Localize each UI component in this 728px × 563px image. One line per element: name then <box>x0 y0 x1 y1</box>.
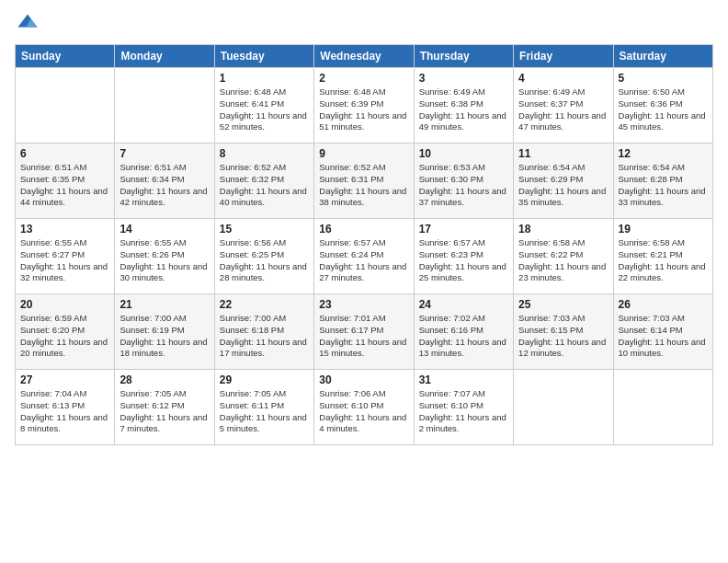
day-info: Sunrise: 6:51 AM Sunset: 6:35 PM Dayligh… <box>20 162 109 209</box>
day-number: 14 <box>119 223 209 236</box>
day-cell <box>16 68 115 144</box>
day-number: 31 <box>419 373 508 386</box>
day-info: Sunrise: 6:53 AM Sunset: 6:30 PM Dayligh… <box>419 162 508 209</box>
day-cell: 28Sunrise: 7:05 AM Sunset: 6:12 PM Dayli… <box>115 370 214 445</box>
week-row-2: 6Sunrise: 6:51 AM Sunset: 6:35 PM Daylig… <box>16 144 713 219</box>
day-info: Sunrise: 6:59 AM Sunset: 6:20 PM Dayligh… <box>20 313 109 360</box>
day-info: Sunrise: 7:00 AM Sunset: 6:19 PM Dayligh… <box>119 313 209 360</box>
day-cell: 3Sunrise: 6:49 AM Sunset: 6:38 PM Daylig… <box>414 68 513 144</box>
day-cell: 14Sunrise: 6:55 AM Sunset: 6:26 PM Dayli… <box>115 219 214 294</box>
day-number: 12 <box>619 147 708 160</box>
day-number: 23 <box>319 298 408 311</box>
day-number: 22 <box>220 298 309 311</box>
week-row-5: 27Sunrise: 7:04 AM Sunset: 6:13 PM Dayli… <box>16 370 713 445</box>
day-cell: 10Sunrise: 6:53 AM Sunset: 6:30 PM Dayli… <box>414 144 513 219</box>
day-number: 10 <box>419 147 508 160</box>
day-info: Sunrise: 6:48 AM Sunset: 6:41 PM Dayligh… <box>220 86 309 133</box>
day-info: Sunrise: 6:58 AM Sunset: 6:21 PM Dayligh… <box>619 237 708 284</box>
day-number: 9 <box>319 147 408 160</box>
day-cell: 26Sunrise: 7:03 AM Sunset: 6:14 PM Dayli… <box>613 294 712 370</box>
weekday-header-thursday: Thursday <box>414 45 513 68</box>
day-number: 3 <box>419 72 508 85</box>
day-number: 11 <box>518 147 608 160</box>
day-number: 2 <box>319 72 408 85</box>
day-number: 20 <box>20 298 109 311</box>
weekday-header-friday: Friday <box>514 45 613 68</box>
day-info: Sunrise: 7:03 AM Sunset: 6:14 PM Dayligh… <box>619 313 708 360</box>
day-info: Sunrise: 7:00 AM Sunset: 6:18 PM Dayligh… <box>220 313 309 360</box>
day-cell: 16Sunrise: 6:57 AM Sunset: 6:24 PM Dayli… <box>314 219 414 294</box>
calendar-body: 1Sunrise: 6:48 AM Sunset: 6:41 PM Daylig… <box>16 68 713 445</box>
day-number: 29 <box>220 373 309 386</box>
logo <box>15 11 44 37</box>
day-info: Sunrise: 6:51 AM Sunset: 6:34 PM Dayligh… <box>119 162 209 209</box>
day-number: 25 <box>518 298 608 311</box>
day-cell <box>514 370 613 445</box>
day-info: Sunrise: 6:58 AM Sunset: 6:22 PM Dayligh… <box>518 237 608 284</box>
day-cell: 17Sunrise: 6:57 AM Sunset: 6:23 PM Dayli… <box>414 219 513 294</box>
day-info: Sunrise: 7:07 AM Sunset: 6:10 PM Dayligh… <box>419 388 508 435</box>
day-info: Sunrise: 7:05 AM Sunset: 6:12 PM Dayligh… <box>119 388 209 435</box>
day-number: 8 <box>220 147 309 160</box>
day-info: Sunrise: 7:05 AM Sunset: 6:11 PM Dayligh… <box>220 388 309 435</box>
day-cell <box>115 68 214 144</box>
weekday-row: SundayMondayTuesdayWednesdayThursdayFrid… <box>16 45 713 68</box>
day-cell: 13Sunrise: 6:55 AM Sunset: 6:27 PM Dayli… <box>16 219 115 294</box>
day-cell: 18Sunrise: 6:58 AM Sunset: 6:22 PM Dayli… <box>514 219 613 294</box>
weekday-header-wednesday: Wednesday <box>314 45 414 68</box>
day-number: 1 <box>220 72 309 85</box>
calendar: SundayMondayTuesdayWednesdayThursdayFrid… <box>15 44 713 445</box>
calendar-header: SundayMondayTuesdayWednesdayThursdayFrid… <box>16 45 713 68</box>
day-info: Sunrise: 6:52 AM Sunset: 6:32 PM Dayligh… <box>220 162 309 209</box>
day-cell: 24Sunrise: 7:02 AM Sunset: 6:16 PM Dayli… <box>414 294 513 370</box>
day-info: Sunrise: 6:50 AM Sunset: 6:36 PM Dayligh… <box>619 86 708 133</box>
day-cell: 1Sunrise: 6:48 AM Sunset: 6:41 PM Daylig… <box>214 68 313 144</box>
day-info: Sunrise: 6:52 AM Sunset: 6:31 PM Dayligh… <box>319 162 408 209</box>
weekday-header-tuesday: Tuesday <box>214 45 313 68</box>
week-row-1: 1Sunrise: 6:48 AM Sunset: 6:41 PM Daylig… <box>16 68 713 144</box>
day-info: Sunrise: 6:54 AM Sunset: 6:29 PM Dayligh… <box>518 162 608 209</box>
day-info: Sunrise: 6:55 AM Sunset: 6:26 PM Dayligh… <box>119 237 209 284</box>
day-number: 15 <box>220 223 309 236</box>
day-number: 6 <box>20 147 109 160</box>
day-info: Sunrise: 6:57 AM Sunset: 6:24 PM Dayligh… <box>319 237 408 284</box>
day-info: Sunrise: 6:55 AM Sunset: 6:27 PM Dayligh… <box>20 237 109 284</box>
day-cell: 9Sunrise: 6:52 AM Sunset: 6:31 PM Daylig… <box>314 144 414 219</box>
day-cell: 6Sunrise: 6:51 AM Sunset: 6:35 PM Daylig… <box>16 144 115 219</box>
day-cell: 15Sunrise: 6:56 AM Sunset: 6:25 PM Dayli… <box>214 219 313 294</box>
day-cell: 2Sunrise: 6:48 AM Sunset: 6:39 PM Daylig… <box>314 68 414 144</box>
day-number: 7 <box>119 147 209 160</box>
week-row-4: 20Sunrise: 6:59 AM Sunset: 6:20 PM Dayli… <box>16 294 713 370</box>
day-number: 26 <box>619 298 708 311</box>
day-info: Sunrise: 6:54 AM Sunset: 6:28 PM Dayligh… <box>619 162 708 209</box>
day-number: 21 <box>119 298 209 311</box>
day-cell: 21Sunrise: 7:00 AM Sunset: 6:19 PM Dayli… <box>115 294 214 370</box>
logo-icon <box>15 11 40 37</box>
day-number: 28 <box>119 373 209 386</box>
day-cell: 11Sunrise: 6:54 AM Sunset: 6:29 PM Dayli… <box>514 144 613 219</box>
day-info: Sunrise: 7:03 AM Sunset: 6:15 PM Dayligh… <box>518 313 608 360</box>
day-cell: 23Sunrise: 7:01 AM Sunset: 6:17 PM Dayli… <box>314 294 414 370</box>
weekday-header-monday: Monday <box>115 45 214 68</box>
day-cell: 25Sunrise: 7:03 AM Sunset: 6:15 PM Dayli… <box>514 294 613 370</box>
day-cell: 5Sunrise: 6:50 AM Sunset: 6:36 PM Daylig… <box>613 68 712 144</box>
day-number: 13 <box>20 223 109 236</box>
day-number: 19 <box>619 223 708 236</box>
day-cell: 30Sunrise: 7:06 AM Sunset: 6:10 PM Dayli… <box>314 370 414 445</box>
day-info: Sunrise: 6:57 AM Sunset: 6:23 PM Dayligh… <box>419 237 508 284</box>
day-cell: 31Sunrise: 7:07 AM Sunset: 6:10 PM Dayli… <box>414 370 513 445</box>
day-cell: 29Sunrise: 7:05 AM Sunset: 6:11 PM Dayli… <box>214 370 313 445</box>
day-number: 18 <box>518 223 608 236</box>
day-cell: 7Sunrise: 6:51 AM Sunset: 6:34 PM Daylig… <box>115 144 214 219</box>
day-info: Sunrise: 6:56 AM Sunset: 6:25 PM Dayligh… <box>220 237 309 284</box>
day-cell: 20Sunrise: 6:59 AM Sunset: 6:20 PM Dayli… <box>16 294 115 370</box>
day-info: Sunrise: 6:48 AM Sunset: 6:39 PM Dayligh… <box>319 86 408 133</box>
day-info: Sunrise: 7:01 AM Sunset: 6:17 PM Dayligh… <box>319 313 408 360</box>
day-number: 16 <box>319 223 408 236</box>
day-number: 24 <box>419 298 508 311</box>
day-info: Sunrise: 7:04 AM Sunset: 6:13 PM Dayligh… <box>20 388 109 435</box>
week-row-3: 13Sunrise: 6:55 AM Sunset: 6:27 PM Dayli… <box>16 219 713 294</box>
day-cell: 22Sunrise: 7:00 AM Sunset: 6:18 PM Dayli… <box>214 294 313 370</box>
day-number: 5 <box>619 72 708 85</box>
weekday-header-saturday: Saturday <box>613 45 712 68</box>
